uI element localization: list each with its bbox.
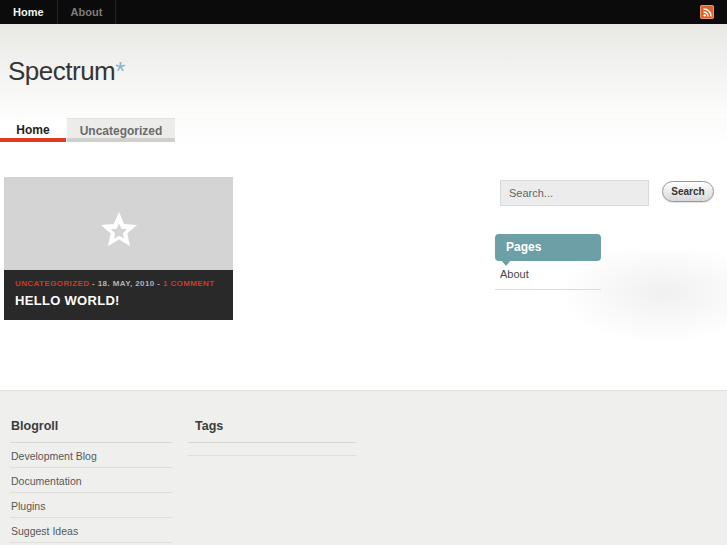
topnav-item-about[interactable]: About <box>58 0 117 24</box>
blogroll-link-development-blog[interactable]: Development Blog <box>10 443 172 468</box>
post-category-link[interactable]: UNCATEGORIZED <box>15 279 89 288</box>
blogroll-heading: Blogroll <box>10 419 172 443</box>
footer-blogroll-column: Blogroll Development Blog Documentation … <box>10 419 172 545</box>
rss-button[interactable] <box>700 5 714 19</box>
blogroll-link-documentation[interactable]: Documentation <box>10 468 172 493</box>
search-button[interactable]: Search <box>662 181 714 202</box>
post-thumbnail[interactable] <box>4 177 233 270</box>
tab-uncategorized[interactable]: Uncategorized <box>67 118 175 142</box>
sidebar-link-about[interactable]: About <box>495 264 601 290</box>
star-icon <box>97 177 141 252</box>
post-card: UNCATEGORIZED - 18. MAY, 2010 - 1 COMMEN… <box>4 177 233 320</box>
post-comments-link[interactable]: 1 COMMENT <box>163 279 215 288</box>
post-meta-bar: UNCATEGORIZED - 18. MAY, 2010 - 1 COMMEN… <box>4 270 233 320</box>
tags-empty-row <box>188 443 356 456</box>
blogroll-link-plugins[interactable]: Plugins <box>10 493 172 518</box>
rss-icon <box>703 8 712 17</box>
meta-separator: - <box>155 279 163 288</box>
pages-widget-title: Pages <box>495 234 601 261</box>
post-meta-line: UNCATEGORIZED - 18. MAY, 2010 - 1 COMMEN… <box>15 279 222 288</box>
site-title-asterisk: * <box>115 56 125 86</box>
top-nav-bar: Home About <box>0 0 727 24</box>
blogroll-link-suggest-ideas[interactable]: Suggest Ideas <box>10 518 172 543</box>
page: Home About Spectrum* Home Uncategorized <box>0 0 727 545</box>
site-title-text: Spectrum <box>8 56 115 86</box>
tab-home[interactable]: Home <box>0 118 66 142</box>
footer-tags-column: Tags <box>188 419 356 456</box>
topnav-item-home[interactable]: Home <box>0 0 58 24</box>
footer: Blogroll Development Blog Documentation … <box>0 390 727 545</box>
tags-heading: Tags <box>188 419 356 443</box>
tab-bar: Home Uncategorized <box>0 118 727 146</box>
search-input[interactable] <box>500 180 649 206</box>
meta-separator: - <box>89 279 97 288</box>
post-date: 18. MAY, 2010 <box>98 279 155 288</box>
site-title[interactable]: Spectrum* <box>8 56 125 87</box>
post-title-link[interactable]: HELLO WORLD! <box>15 293 222 308</box>
